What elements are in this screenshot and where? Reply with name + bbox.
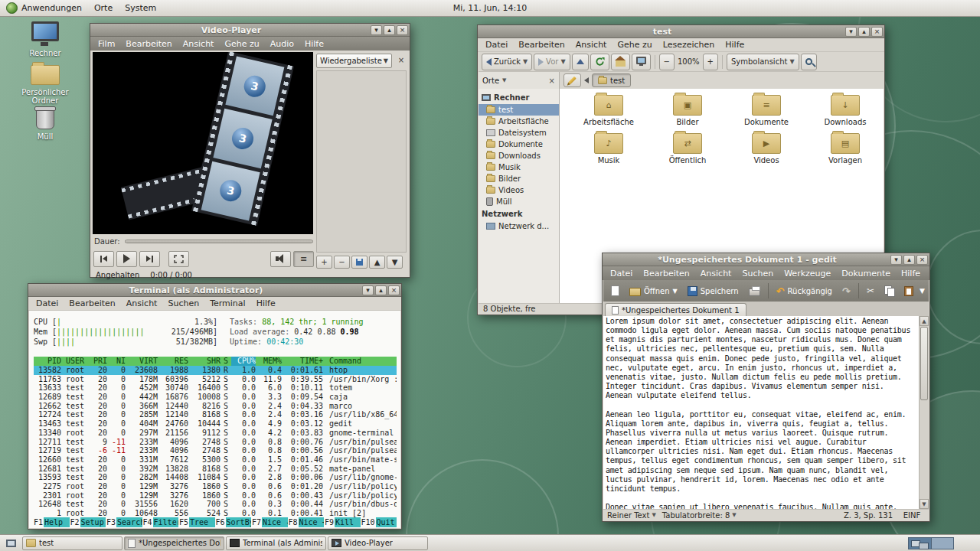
close-button[interactable]: × <box>388 285 400 295</box>
terminal-menu-bearbeiten[interactable]: Bearbeiten <box>64 298 120 309</box>
file-manager-menu-hilfe[interactable]: Hilfe <box>720 39 750 51</box>
htop-column-ni[interactable]: NI <box>107 357 126 366</box>
playlist-save-button[interactable] <box>351 256 368 269</box>
reload-button[interactable] <box>590 54 609 70</box>
htop-column-res[interactable]: RES <box>158 357 188 366</box>
forward-button[interactable]: Vor▼ <box>534 54 570 70</box>
htop-process-row[interactable]: 12711test9-11233M40962748S0.00.80:00.76/… <box>34 438 397 447</box>
htop-process-row[interactable]: 2275root200129M32761860S0.00.60:01.20/us… <box>34 482 397 491</box>
htop-process-row[interactable]: 12681test200392M138288168S0.02.70:05.52m… <box>34 465 397 474</box>
applications-menu[interactable]: Anwendungen <box>0 0 88 16</box>
taskbar-item-video-player[interactable]: Video-Player <box>328 536 428 550</box>
zoom-in-button[interactable]: + <box>703 54 718 70</box>
file-manager-titlebar[interactable]: test ▾ ▴ × <box>478 25 884 38</box>
htop-process-row[interactable]: 11763root200178M603965212S0.011.90:39.55… <box>34 375 397 384</box>
playlist-add-button[interactable]: + <box>316 256 332 269</box>
sidebar-item-dateisystem[interactable]: Dateisystem <box>479 127 559 139</box>
file-item-videos[interactable]: ▶Videos <box>728 132 805 170</box>
htop-process-row[interactable]: 13593test200282M1440811084S0.02.80:00.06… <box>34 473 397 482</box>
cut-button[interactable]: ✂ <box>863 282 878 300</box>
htop-process-row[interactable]: 12724test200285M121408168S0.02.40:03.16/… <box>34 410 397 419</box>
file-item-musik[interactable]: ♪Musik <box>570 132 647 170</box>
file-item-dokumente[interactable]: ≡Dokumente <box>728 93 805 132</box>
sidebar-item-m-ll[interactable]: Müll <box>479 196 559 207</box>
path-segment-button[interactable]: test <box>592 73 631 87</box>
video-player-menu-film[interactable]: Film <box>93 38 120 50</box>
file-manager-menu-bearbeiten[interactable]: Bearbeiten <box>513 39 570 51</box>
close-playlist-icon[interactable]: × <box>395 55 407 67</box>
maximize-button[interactable]: ▴ <box>903 255 915 265</box>
gedit-menu-dokumente[interactable]: Dokumente <box>836 268 896 279</box>
play-button[interactable] <box>116 251 137 267</box>
path-scroll-left-icon[interactable] <box>584 77 589 83</box>
minimize-button[interactable]: ▾ <box>890 255 902 265</box>
terminal-output[interactable]: CPU[|1.3%] Tasks: 88, 142 thr; 1 running… <box>29 311 400 528</box>
sidebar-item-test[interactable]: test <box>479 104 559 116</box>
workspace-1[interactable] <box>909 538 931 549</box>
htop-column-shr[interactable]: SHR <box>188 357 220 366</box>
sidebar-header-label[interactable]: Orte <box>482 77 499 85</box>
htop-process-row[interactable]: 12648test200315561620700S0.00.30:00.44/u… <box>34 500 397 509</box>
file-item-arbeitsfl-che[interactable]: ⌂Arbeitsfläche <box>570 93 647 132</box>
file-manager-menu-gehe-zu[interactable]: Gehe zu <box>612 39 657 51</box>
sidebar-item-musik[interactable]: Musik <box>479 161 559 173</box>
maximize-button[interactable]: ▴ <box>858 27 870 37</box>
video-player-menu-gehe-zu[interactable]: Gehe zu <box>219 38 264 50</box>
gedit-menu-datei[interactable]: Datei <box>605 268 638 279</box>
toolbar-overflow-icon[interactable]: ▼ <box>920 287 925 295</box>
terminal-menu-suchen[interactable]: Suchen <box>162 298 204 309</box>
htop-fkey-f2[interactable]: F2Setup <box>70 517 106 527</box>
htop-column-pid[interactable]: PID <box>34 357 61 366</box>
document-tab[interactable]: *Ungespeichertes Dokument 1 <box>605 303 746 316</box>
seek-slider[interactable] <box>125 240 313 243</box>
htop-column-s[interactable]: S <box>220 357 231 366</box>
sidebar-item-netzwerk-d[interactable]: Netzwerk d... <box>479 220 559 232</box>
htop-column-time[interactable]: TIME+ <box>282 357 323 366</box>
video-player-titlebar[interactable]: Video-Player ▾ ▴ × <box>90 24 410 37</box>
fullscreen-button[interactable] <box>168 251 189 267</box>
file-item-vorlagen[interactable]: ▤Vorlagen <box>807 132 884 170</box>
htop-fkey-f5[interactable]: F5Tree <box>178 517 215 527</box>
terminal-menu-datei[interactable]: Datei <box>31 298 64 309</box>
maximize-button[interactable]: ▴ <box>384 25 395 35</box>
htop-fkey-f1[interactable]: F1Help <box>33 517 70 527</box>
htop-process-row[interactable]: 13582root2002360819881380R1.00.40:01.61h… <box>34 366 397 375</box>
file-manager-menu-datei[interactable]: Datei <box>480 39 513 51</box>
htop-column-cpu[interactable]: CPU% <box>231 357 256 366</box>
playlist-move-up-button[interactable]: ▲ <box>369 256 385 269</box>
htop-fkey-f9[interactable]: F9Kill <box>324 517 361 527</box>
htop-column-user[interactable]: USER <box>61 357 90 366</box>
htop-fkey-f7[interactable]: F7Nice - <box>251 517 288 527</box>
scroll-down-icon[interactable]: ▼ <box>920 499 929 509</box>
gedit-titlebar[interactable]: *Ungespeichertes Dokument 1 - gedit ▾ ▴ … <box>603 253 929 266</box>
sidebar-item-downloads[interactable]: Downloads <box>479 150 559 161</box>
view-mode-select[interactable]: Symbolansicht▼ <box>727 54 799 70</box>
chevron-down-icon[interactable]: ▼ <box>502 77 506 83</box>
close-button[interactable]: × <box>916 255 928 265</box>
paste-button[interactable] <box>900 282 917 300</box>
open-button[interactable]: Öffnen▼ <box>626 282 681 300</box>
video-display[interactable]: 3 3 3 <box>93 52 313 234</box>
htop-fkey-f6[interactable]: F6SortBy <box>215 517 252 527</box>
sidebar-toggle-button[interactable]: ≡ <box>293 251 314 267</box>
desktop-icon-computer[interactable]: Rechner <box>15 21 75 57</box>
htop-process-row[interactable]: 12660test200331M76125300S0.01.50:01.46/u… <box>34 455 397 465</box>
save-button[interactable]: Speichern <box>684 282 743 300</box>
htop-fkey-f4[interactable]: F4Filter <box>142 517 179 527</box>
print-button[interactable] <box>745 282 764 300</box>
htop-column-mem[interactable]: MEM% <box>256 357 282 366</box>
gedit-menu-suchen[interactable]: Suchen <box>737 268 779 279</box>
minimize-button[interactable]: ▾ <box>362 285 374 295</box>
htop-process-row[interactable]: 12719test-6-11233M40962748S0.00.80:00.56… <box>34 446 397 455</box>
desktop-icon-home[interactable]: Persönlicher Ordner <box>15 61 75 105</box>
scroll-up-icon[interactable]: ▲ <box>920 316 929 326</box>
clock[interactable]: Mi, 11. Jun, 14:10 <box>453 3 527 13</box>
copy-button[interactable] <box>880 282 898 300</box>
gedit-menu-bearbeiten[interactable]: Bearbeiten <box>638 268 694 279</box>
htop-fkey-f10[interactable]: F10Quit <box>361 517 397 527</box>
places-menu[interactable]: Orte <box>88 0 119 16</box>
gedit-menu-hilfe[interactable]: Hilfe <box>896 268 926 279</box>
htop-process-row[interactable]: 12662test200366M124408216S0.02.40:04.33m… <box>34 402 397 411</box>
file-item-bilder[interactable]: ▣Bilder <box>649 93 726 132</box>
system-menu[interactable]: System <box>119 0 162 16</box>
